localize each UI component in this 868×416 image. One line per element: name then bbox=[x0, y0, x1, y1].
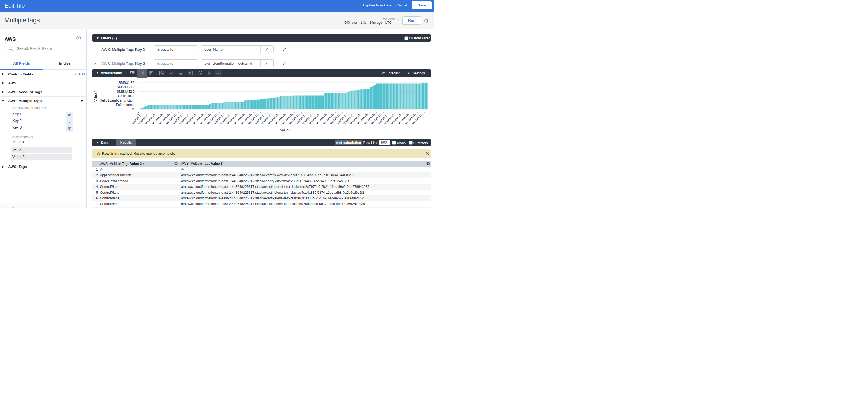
svg-text:S31Bucket: S31Bucket bbox=[118, 94, 134, 98]
svg-text:SMS3JIZ18: SMS3JIZ18 bbox=[117, 85, 134, 89]
svg-text:Forecast: Forecast bbox=[386, 71, 400, 75]
svg-text:Hello1LambdaFunction: Hello1LambdaFunction bbox=[100, 99, 134, 102]
svg-text:Value 3: Value 3 bbox=[280, 128, 291, 132]
svg-text:Settings: Settings bbox=[413, 71, 425, 75]
svg-text:6: 6 bbox=[209, 71, 211, 75]
svg-text:SMS3JIZ5: SMS3JIZ5 bbox=[119, 81, 134, 84]
svg-text:SMS3JIZ10: SMS3JIZ10 bbox=[117, 90, 134, 94]
svg-text:Value 2: Value 2 bbox=[94, 91, 98, 102]
svg-text:∅: ∅ bbox=[132, 107, 134, 111]
svg-text:Ec2Instance: Ec2Instance bbox=[116, 103, 134, 107]
